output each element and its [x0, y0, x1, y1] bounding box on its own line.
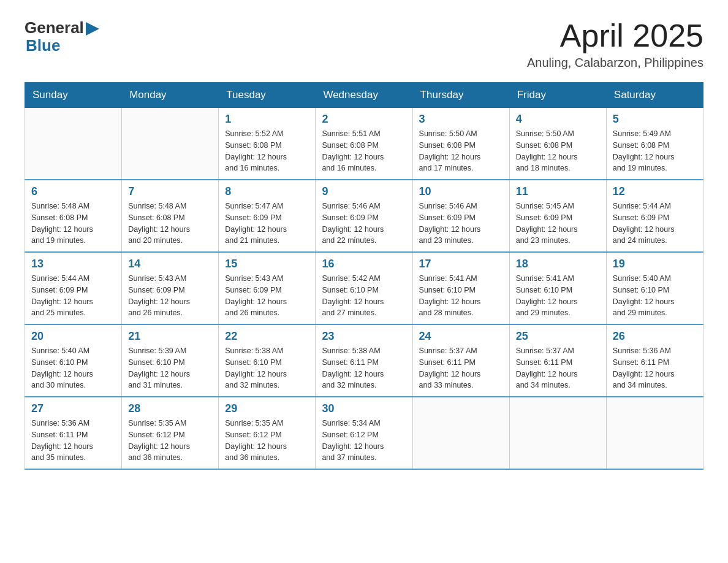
calendar-cell: 6Sunrise: 5:48 AMSunset: 6:08 PMDaylight… [25, 180, 122, 252]
calendar-cell: 10Sunrise: 5:46 AMSunset: 6:09 PMDayligh… [412, 180, 509, 252]
day-number: 8 [225, 185, 309, 198]
day-info: Sunrise: 5:49 AMSunset: 6:08 PMDaylight:… [613, 128, 697, 174]
day-number: 21 [128, 330, 212, 343]
day-info: Sunrise: 5:43 AMSunset: 6:09 PMDaylight:… [128, 273, 212, 319]
calendar-cell [25, 108, 122, 180]
day-number: 24 [419, 330, 503, 343]
day-number: 12 [613, 185, 697, 198]
day-info: Sunrise: 5:42 AMSunset: 6:10 PMDaylight:… [322, 273, 406, 319]
week-row-3: 13Sunrise: 5:44 AMSunset: 6:09 PMDayligh… [25, 252, 703, 324]
calendar-cell: 17Sunrise: 5:41 AMSunset: 6:10 PMDayligh… [412, 252, 509, 324]
day-info: Sunrise: 5:48 AMSunset: 6:08 PMDaylight:… [31, 201, 115, 247]
calendar-cell: 28Sunrise: 5:35 AMSunset: 6:12 PMDayligh… [122, 397, 219, 469]
calendar-cell: 20Sunrise: 5:40 AMSunset: 6:10 PMDayligh… [25, 324, 122, 397]
svg-marker-0 [86, 22, 99, 36]
day-number: 27 [31, 402, 115, 415]
calendar-cell: 1Sunrise: 5:52 AMSunset: 6:08 PMDaylight… [219, 108, 316, 180]
calendar-cell [606, 397, 703, 469]
day-number: 3 [419, 113, 503, 126]
calendar-cell: 8Sunrise: 5:47 AMSunset: 6:09 PMDaylight… [219, 180, 316, 252]
calendar-cell: 22Sunrise: 5:38 AMSunset: 6:10 PMDayligh… [219, 324, 316, 397]
day-number: 17 [419, 258, 503, 270]
day-number: 23 [322, 330, 406, 343]
day-number: 29 [225, 402, 309, 415]
day-number: 6 [31, 185, 115, 198]
calendar-cell: 4Sunrise: 5:50 AMSunset: 6:08 PMDaylight… [509, 108, 606, 180]
day-info: Sunrise: 5:47 AMSunset: 6:09 PMDaylight:… [225, 201, 309, 247]
calendar-cell: 19Sunrise: 5:40 AMSunset: 6:10 PMDayligh… [606, 252, 703, 324]
day-info: Sunrise: 5:45 AMSunset: 6:09 PMDaylight:… [516, 201, 600, 247]
calendar-cell: 13Sunrise: 5:44 AMSunset: 6:09 PMDayligh… [25, 252, 122, 324]
day-number: 11 [516, 185, 600, 198]
day-info: Sunrise: 5:38 AMSunset: 6:10 PMDaylight:… [225, 345, 309, 391]
week-row-1: 1Sunrise: 5:52 AMSunset: 6:08 PMDaylight… [25, 108, 703, 180]
location-title: Anuling, Calabarzon, Philippines [527, 56, 703, 70]
week-row-2: 6Sunrise: 5:48 AMSunset: 6:08 PMDaylight… [25, 180, 703, 252]
day-info: Sunrise: 5:52 AMSunset: 6:08 PMDaylight:… [225, 128, 309, 174]
calendar-cell: 23Sunrise: 5:38 AMSunset: 6:11 PMDayligh… [316, 324, 412, 397]
calendar-header: SundayMondayTuesdayWednesdayThursdayFrid… [25, 83, 703, 108]
day-info: Sunrise: 5:46 AMSunset: 6:09 PMDaylight:… [322, 201, 406, 247]
day-info: Sunrise: 5:35 AMSunset: 6:12 PMDaylight:… [128, 418, 212, 464]
day-number: 25 [516, 330, 600, 343]
calendar-cell: 25Sunrise: 5:37 AMSunset: 6:11 PMDayligh… [509, 324, 606, 397]
header-day-monday: Monday [122, 83, 219, 108]
calendar-cell [412, 397, 509, 469]
header-row: SundayMondayTuesdayWednesdayThursdayFrid… [25, 83, 703, 108]
calendar-cell [509, 397, 606, 469]
day-info: Sunrise: 5:46 AMSunset: 6:09 PMDaylight:… [419, 201, 503, 247]
day-info: Sunrise: 5:51 AMSunset: 6:08 PMDaylight:… [322, 128, 406, 174]
day-info: Sunrise: 5:41 AMSunset: 6:10 PMDaylight:… [516, 273, 600, 319]
calendar-cell: 24Sunrise: 5:37 AMSunset: 6:11 PMDayligh… [412, 324, 509, 397]
day-info: Sunrise: 5:41 AMSunset: 6:10 PMDaylight:… [419, 273, 503, 319]
calendar-cell: 29Sunrise: 5:35 AMSunset: 6:12 PMDayligh… [219, 397, 316, 469]
calendar-cell: 18Sunrise: 5:41 AMSunset: 6:10 PMDayligh… [509, 252, 606, 324]
day-info: Sunrise: 5:35 AMSunset: 6:12 PMDaylight:… [225, 418, 309, 464]
title-section: April 2025 Anuling, Calabarzon, Philippi… [527, 18, 703, 70]
day-number: 7 [128, 185, 212, 198]
day-number: 26 [613, 330, 697, 343]
calendar-cell: 26Sunrise: 5:36 AMSunset: 6:11 PMDayligh… [606, 324, 703, 397]
day-info: Sunrise: 5:44 AMSunset: 6:09 PMDaylight:… [613, 201, 697, 247]
day-number: 2 [322, 113, 406, 126]
day-number: 9 [322, 185, 406, 198]
week-row-4: 20Sunrise: 5:40 AMSunset: 6:10 PMDayligh… [25, 324, 703, 397]
day-number: 16 [322, 258, 406, 270]
logo-blue-text: Blue [26, 36, 60, 55]
day-number: 1 [225, 113, 309, 126]
day-number: 15 [225, 258, 309, 270]
calendar-cell: 30Sunrise: 5:34 AMSunset: 6:12 PMDayligh… [316, 397, 412, 469]
calendar-cell: 3Sunrise: 5:50 AMSunset: 6:08 PMDaylight… [412, 108, 509, 180]
day-info: Sunrise: 5:34 AMSunset: 6:12 PMDaylight:… [322, 418, 406, 464]
day-number: 4 [516, 113, 600, 126]
header-day-wednesday: Wednesday [316, 83, 412, 108]
page-header: General Blue April 2025 Anuling, Calabar… [25, 18, 703, 70]
day-info: Sunrise: 5:37 AMSunset: 6:11 PMDaylight:… [516, 345, 600, 391]
calendar-cell: 21Sunrise: 5:39 AMSunset: 6:10 PMDayligh… [122, 324, 219, 397]
header-day-friday: Friday [509, 83, 606, 108]
calendar-cell: 2Sunrise: 5:51 AMSunset: 6:08 PMDaylight… [316, 108, 412, 180]
calendar-cell: 5Sunrise: 5:49 AMSunset: 6:08 PMDaylight… [606, 108, 703, 180]
header-day-tuesday: Tuesday [219, 83, 316, 108]
week-row-5: 27Sunrise: 5:36 AMSunset: 6:11 PMDayligh… [25, 397, 703, 469]
calendar-cell: 7Sunrise: 5:48 AMSunset: 6:08 PMDaylight… [122, 180, 219, 252]
day-info: Sunrise: 5:38 AMSunset: 6:11 PMDaylight:… [322, 345, 406, 391]
calendar-cell: 16Sunrise: 5:42 AMSunset: 6:10 PMDayligh… [316, 252, 412, 324]
header-day-thursday: Thursday [412, 83, 509, 108]
day-number: 20 [31, 330, 115, 343]
day-number: 19 [613, 258, 697, 270]
calendar-cell: 14Sunrise: 5:43 AMSunset: 6:09 PMDayligh… [122, 252, 219, 324]
day-info: Sunrise: 5:37 AMSunset: 6:11 PMDaylight:… [419, 345, 503, 391]
calendar-cell: 9Sunrise: 5:46 AMSunset: 6:09 PMDaylight… [316, 180, 412, 252]
header-day-sunday: Sunday [25, 83, 122, 108]
calendar-table: SundayMondayTuesdayWednesdayThursdayFrid… [25, 82, 703, 470]
calendar-cell: 12Sunrise: 5:44 AMSunset: 6:09 PMDayligh… [606, 180, 703, 252]
calendar-cell: 15Sunrise: 5:43 AMSunset: 6:09 PMDayligh… [219, 252, 316, 324]
day-number: 30 [322, 402, 406, 415]
day-info: Sunrise: 5:39 AMSunset: 6:10 PMDaylight:… [128, 345, 212, 391]
month-title: April 2025 [527, 18, 703, 53]
day-number: 14 [128, 258, 212, 270]
logo-general-text: General [25, 18, 84, 37]
day-number: 18 [516, 258, 600, 270]
day-info: Sunrise: 5:36 AMSunset: 6:11 PMDaylight:… [31, 418, 115, 464]
